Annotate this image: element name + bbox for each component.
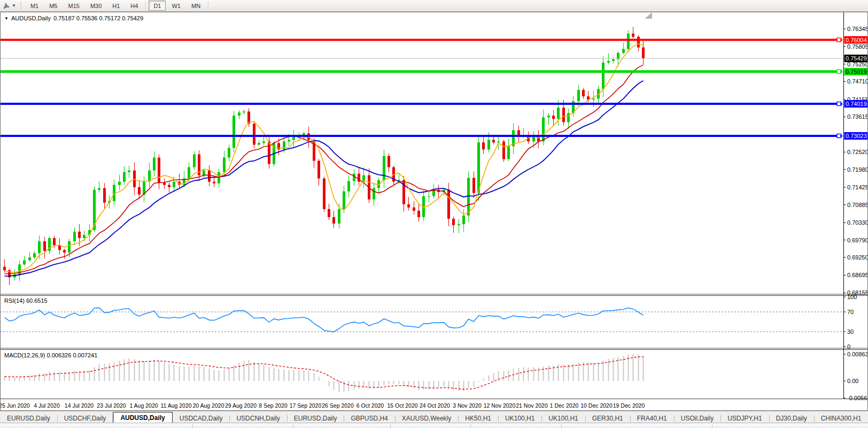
svg-text:0.76004: 0.76004 — [846, 37, 867, 43]
svg-text:0.68695: 0.68695 — [847, 272, 868, 278]
toolbar-grip-handle[interactable] — [20, 2, 22, 10]
symbol-tab-USDCHF-Daily[interactable]: USDCHF,Daily — [57, 414, 113, 423]
svg-text:25 Jun 2020: 25 Jun 2020 — [0, 402, 30, 409]
svg-text:0.74019: 0.74019 — [846, 101, 867, 107]
symbol-tab-UK100-H1[interactable]: UK100,H1 — [498, 414, 541, 423]
svg-text:0: 0 — [847, 343, 850, 350]
symbol-tab-EURUSD-Daily[interactable]: EURUSD,Daily — [287, 414, 344, 423]
chart-ohlc-values: 0.75187 0.75536 0.75172 0.75429 — [53, 15, 143, 21]
statusbar-separator — [192, 424, 193, 428]
toolbar-separator — [208, 2, 208, 10]
timeframe-button-D1[interactable]: D1 — [149, 1, 166, 11]
chart-title: ▼ AUDUSD,Daily 0.75187 0.75536 0.75172 0… — [4, 15, 143, 21]
chevron-down-icon[interactable]: ▼ — [12, 3, 16, 8]
symbol-tab-USOil-Daily[interactable]: USOil,Daily — [674, 414, 720, 423]
timeframe-button-M15[interactable]: M15 — [63, 1, 84, 11]
rsi-indicator-label: RSI(14) 60.6515 — [4, 297, 48, 304]
statusbar-separator — [561, 424, 562, 428]
timeframe-button-M30[interactable]: M30 — [86, 1, 106, 11]
timeframe-button-M5[interactable]: M5 — [44, 1, 62, 11]
svg-text:10 Dec 2020: 10 Dec 2020 — [580, 402, 613, 409]
svg-text:14 Jul 2020: 14 Jul 2020 — [65, 402, 94, 409]
svg-text:-0.005641: -0.005641 — [847, 395, 868, 401]
svg-text:0.73615: 0.73615 — [847, 113, 868, 120]
symbol-tab-USDJPY-H1[interactable]: USDJPY,H1 — [720, 414, 769, 423]
svg-text:15 Oct 2020: 15 Oct 2020 — [387, 402, 417, 409]
macd-indicator-label: MACD(12,26,9) 0.006326 0.007241 — [4, 352, 97, 358]
svg-text:24 Oct 2020: 24 Oct 2020 — [420, 402, 450, 409]
svg-text:6 Oct 2020: 6 Oct 2020 — [356, 402, 384, 409]
svg-text:0.71425: 0.71425 — [847, 184, 868, 190]
svg-text:21 Nov 2020: 21 Nov 2020 — [516, 402, 548, 409]
svg-text:0.69790: 0.69790 — [847, 237, 868, 243]
symbol-tab-FRA40-H1[interactable]: FRA40,H1 — [630, 414, 674, 423]
svg-text:0.00: 0.00 — [847, 378, 858, 384]
svg-text:0.76345: 0.76345 — [847, 26, 868, 32]
timeframe-button-H1[interactable]: H1 — [107, 1, 125, 11]
chart-window[interactable]: 0.763450.758050.752500.747100.741550.736… — [0, 12, 868, 411]
timeframe-button-W1[interactable]: W1 — [167, 1, 185, 11]
statusbar-separator — [293, 424, 293, 428]
svg-text:100: 100 — [847, 294, 857, 300]
svg-text:30: 30 — [847, 328, 854, 335]
symbol-tab-XAUUSD-Weekly[interactable]: XAUUSD,Weekly — [395, 414, 458, 423]
price-chart[interactable]: 0.763450.758050.752500.747100.741550.736… — [0, 12, 868, 411]
svg-text:0.70330: 0.70330 — [847, 219, 868, 226]
svg-text:0.75019: 0.75019 — [846, 68, 867, 75]
svg-text:20 Aug 2020: 20 Aug 2020 — [193, 402, 224, 409]
symbol-tab-CHINA300-H1[interactable]: CHINA300,H1 — [814, 414, 868, 423]
chart-symbol-label: AUDUSD,Daily — [11, 15, 51, 21]
timeframe-buttons: M1M5M15M30H1H4D1W1MN — [25, 0, 211, 11]
symbol-tab-USDCNH-Daily[interactable]: USDCNH,Daily — [229, 414, 286, 423]
svg-text:23 Jul 2020: 23 Jul 2020 — [97, 402, 126, 409]
svg-text:70: 70 — [847, 309, 854, 315]
statusbar-separator — [470, 424, 471, 428]
svg-text:26 Sep 2020: 26 Sep 2020 — [322, 402, 354, 409]
timeframe-button-M1[interactable]: M1 — [26, 1, 43, 11]
svg-text:12 Nov 2020: 12 Nov 2020 — [484, 402, 516, 409]
svg-text:11 Aug 2020: 11 Aug 2020 — [160, 402, 191, 409]
statusbar-separator — [712, 424, 712, 428]
svg-text:0.70885: 0.70885 — [847, 202, 868, 208]
svg-text:29 Aug 2020: 29 Aug 2020 — [225, 402, 257, 409]
svg-text:0.71980: 0.71980 — [847, 166, 868, 173]
svg-text:0.008633: 0.008633 — [847, 351, 868, 357]
symbol-tab-DJ30-Daily[interactable]: DJ30,Daily — [769, 414, 814, 423]
symbol-tab-HK50-H1[interactable]: HK50,H1 — [458, 414, 498, 423]
svg-text:0.75805: 0.75805 — [847, 43, 868, 50]
svg-text:1 Aug 2020: 1 Aug 2020 — [129, 402, 158, 409]
symbol-tab-GBPUSD-H4[interactable]: GBPUSD,H4 — [344, 414, 394, 423]
symbol-tab-AUDUSD-Daily[interactable]: AUDUSD,Daily — [113, 412, 172, 423]
top-toolbar: ▼ M1M5M15M30H1H4D1W1MN — [0, 0, 868, 12]
symbol-tab-USDCAD-Daily[interactable]: USDCAD,Daily — [173, 414, 230, 423]
timeframe-button-MN[interactable]: MN — [187, 1, 205, 11]
svg-text:3 Nov 2020: 3 Nov 2020 — [453, 402, 482, 409]
statusbar-separator — [390, 424, 391, 428]
symbol-tab-UK100-H1[interactable]: UK100,H1 — [541, 414, 585, 423]
status-bar — [0, 423, 868, 428]
svg-text:17 Sep 2020: 17 Sep 2020 — [290, 402, 322, 409]
svg-text:0.69250: 0.69250 — [847, 254, 868, 261]
tool-group: ▼ — [0, 0, 25, 11]
symbol-dropdown-icon[interactable]: ▼ — [4, 16, 9, 21]
svg-text:4 Jul 2020: 4 Jul 2020 — [34, 402, 60, 409]
svg-text:0.74710: 0.74710 — [847, 78, 868, 85]
svg-text:1 Dec 2020: 1 Dec 2020 — [550, 402, 579, 409]
svg-text:19 Dec 2020: 19 Dec 2020 — [613, 402, 645, 409]
chart-cursor-icon[interactable] — [2, 1, 11, 10]
svg-text:0.72520: 0.72520 — [847, 149, 868, 155]
timeframe-button-H4[interactable]: H4 — [126, 1, 143, 11]
svg-text:8 Sep 2020: 8 Sep 2020 — [259, 402, 288, 409]
svg-text:0.73023: 0.73023 — [846, 133, 867, 139]
symbol-tab-EURUSD-Daily[interactable]: EURUSD,Daily — [0, 414, 57, 423]
symbol-tab-bar: EURUSD,DailyUSDCHF,DailyAUDUSD,DailyUSDC… — [0, 411, 868, 423]
symbol-tab-GER30-H1[interactable]: GER30,H1 — [585, 414, 630, 423]
toolbar-separator — [145, 2, 146, 10]
svg-text:0.75429: 0.75429 — [846, 55, 867, 62]
